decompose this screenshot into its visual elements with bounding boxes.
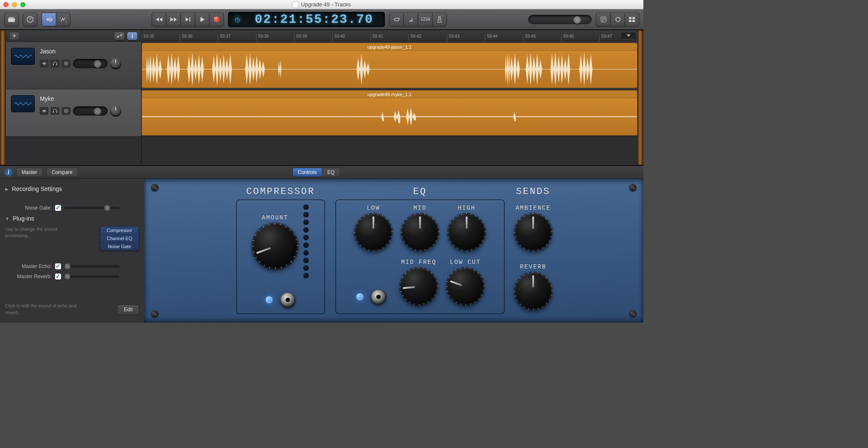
automation-view-toggle[interactable] bbox=[114, 32, 125, 40]
record-button[interactable] bbox=[209, 13, 224, 26]
add-track-button[interactable]: + bbox=[9, 32, 19, 40]
track-empty-area bbox=[6, 137, 141, 165]
noise-gate-checkbox[interactable] bbox=[55, 205, 61, 211]
zoom-window-button[interactable] bbox=[20, 2, 25, 7]
tab-eq[interactable]: EQ bbox=[322, 168, 340, 177]
track-lane[interactable]: upgrade49-jason_1.1 bbox=[142, 42, 637, 89]
compressor-amount-knob[interactable] bbox=[253, 224, 298, 268]
editors-toggle[interactable] bbox=[56, 13, 70, 26]
lcd-display[interactable]: ◷ 02:21:55:23.70 bbox=[228, 12, 385, 27]
track-header[interactable]: Jason bbox=[6, 42, 141, 89]
tuner-button[interactable] bbox=[403, 13, 418, 26]
ruler-tick: 59:39 bbox=[294, 34, 332, 41]
master-volume-slider[interactable] bbox=[528, 15, 592, 24]
arrangement-empty bbox=[142, 137, 637, 165]
eq-mid-knob[interactable] bbox=[402, 214, 438, 250]
input-monitor-button[interactable] bbox=[62, 107, 70, 115]
catch-playhead-toggle[interactable] bbox=[127, 32, 138, 40]
master-button[interactable]: Master bbox=[16, 168, 43, 177]
audio-region[interactable]: upgrade49-myke_1.1 bbox=[142, 90, 637, 136]
eq-low-knob[interactable] bbox=[355, 214, 392, 250]
ruler-tick: 59:37 bbox=[218, 34, 256, 41]
track-pan-knob[interactable] bbox=[110, 105, 121, 116]
tab-controls[interactable]: Controls bbox=[292, 168, 323, 177]
play-button[interactable] bbox=[195, 13, 209, 26]
track-list-header: + bbox=[6, 30, 142, 41]
wood-side-right bbox=[637, 30, 643, 165]
noise-gate-slider[interactable] bbox=[64, 207, 120, 209]
input-monitor-button[interactable] bbox=[62, 60, 70, 67]
close-window-button[interactable] bbox=[3, 2, 8, 7]
svg-point-4 bbox=[47, 18, 49, 21]
amount-label: AMOUNT bbox=[262, 214, 288, 221]
disclosure-right-icon: ▶ bbox=[5, 187, 8, 191]
mute-button[interactable] bbox=[40, 107, 48, 115]
svg-rect-6 bbox=[51, 18, 52, 21]
reverb-label: REVERB bbox=[520, 263, 546, 270]
region-title: upgrade49-myke_1.1 bbox=[142, 91, 637, 98]
track-volume-slider[interactable] bbox=[73, 106, 108, 116]
ambience-send-knob[interactable] bbox=[515, 214, 551, 250]
minimize-window-button[interactable] bbox=[12, 2, 17, 7]
ruler-tick: 59:40 bbox=[332, 34, 370, 41]
count-label: 1234 bbox=[420, 17, 430, 22]
compressor-section: COMPRESSOR AMOUNT bbox=[236, 186, 325, 314]
track-header[interactable]: Myke bbox=[6, 89, 141, 137]
ruler-tick: 59:41 bbox=[370, 34, 409, 41]
eq-lowcut-knob[interactable] bbox=[447, 268, 484, 304]
inspector-toggle[interactable]: i bbox=[4, 168, 13, 177]
recording-settings-disclosure[interactable]: ▶ Recording Settings bbox=[5, 185, 139, 192]
quick-help-button[interactable]: ? bbox=[23, 13, 37, 26]
timeline-ruler[interactable]: 59:3559:3659:3759:3859:3959:4059:4159:42… bbox=[142, 30, 637, 41]
count-in-button[interactable]: 1234 bbox=[418, 13, 432, 26]
solo-headphones-button[interactable] bbox=[51, 107, 59, 115]
window-title: Upgrade 49 - Tracks bbox=[292, 1, 351, 8]
gain-reduction-meter bbox=[303, 205, 309, 278]
svg-rect-17 bbox=[53, 64, 54, 65]
eq-high-knob[interactable] bbox=[448, 214, 485, 250]
library-button[interactable] bbox=[4, 13, 19, 26]
eq-midfreq-label: MID FREQ bbox=[401, 259, 436, 265]
cycle-button[interactable] bbox=[389, 13, 403, 26]
plugins-disclosure[interactable]: ▼ Plug-ins bbox=[5, 215, 139, 222]
eq-bypass-switch[interactable] bbox=[371, 289, 386, 304]
arrangement-area[interactable]: upgrade49-jason_1.1 upgrade49-myke_1.1 bbox=[142, 42, 637, 165]
master-echo-slider[interactable] bbox=[64, 265, 120, 268]
forward-button[interactable] bbox=[166, 13, 181, 26]
screw-icon bbox=[629, 310, 637, 318]
notepad-button[interactable] bbox=[596, 13, 610, 26]
master-reverb-slider[interactable] bbox=[64, 275, 120, 278]
eq-midfreq-knob[interactable] bbox=[401, 268, 437, 304]
plugin-slot[interactable]: Compressor bbox=[100, 227, 139, 235]
solo-headphones-button[interactable] bbox=[51, 60, 59, 67]
plugin-list[interactable]: Compressor Channel EQ Noise Gate bbox=[100, 226, 139, 251]
mute-button[interactable] bbox=[40, 60, 48, 67]
ruler-tick: 59:36 bbox=[180, 34, 218, 41]
loops-button[interactable] bbox=[610, 13, 625, 26]
track-pan-knob[interactable] bbox=[110, 58, 121, 69]
audio-region[interactable]: upgrade49-jason_1.1 bbox=[142, 43, 637, 88]
metronome-button[interactable] bbox=[432, 13, 447, 26]
sends-title: SENDS bbox=[516, 186, 550, 197]
master-reverb-checkbox[interactable] bbox=[55, 274, 61, 279]
svg-rect-22 bbox=[56, 111, 57, 113]
track-lane[interactable]: upgrade49-myke_1.1 bbox=[142, 89, 637, 137]
compressor-title: COMPRESSOR bbox=[246, 186, 315, 197]
plugin-slot[interactable]: Channel EQ bbox=[100, 235, 139, 243]
stop-button[interactable] bbox=[181, 13, 195, 26]
media-browser-button[interactable] bbox=[625, 13, 639, 26]
eq-low-label: LOW bbox=[367, 205, 380, 211]
compressor-bypass-switch[interactable] bbox=[280, 292, 295, 307]
track-pane: + 59:3559:3659:3759:3859:3959:4059:4159:… bbox=[6, 30, 637, 165]
rewind-button[interactable] bbox=[152, 13, 166, 26]
master-echo-checkbox[interactable] bbox=[55, 263, 61, 269]
reverb-send-knob[interactable] bbox=[515, 273, 551, 309]
track-volume-slider[interactable] bbox=[73, 59, 108, 68]
compare-button[interactable]: Compare bbox=[46, 168, 78, 177]
plugin-slot[interactable]: Noise Gate bbox=[100, 243, 139, 250]
eq-high-label: HIGH bbox=[458, 205, 476, 211]
ruler-end-marker[interactable] bbox=[621, 33, 636, 39]
smart-controls-toggle[interactable] bbox=[42, 13, 56, 26]
edit-button[interactable]: Edit bbox=[117, 304, 139, 315]
svg-rect-0 bbox=[8, 18, 15, 22]
